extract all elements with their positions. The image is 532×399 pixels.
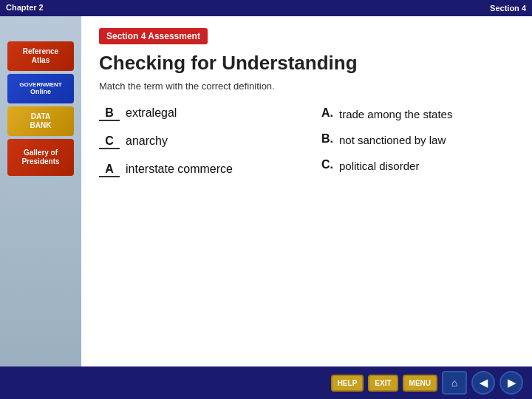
term-2: anarchy [126,134,168,148]
def-text-b: not sanctioned by law [339,132,446,148]
home-button[interactable]: ⌂ [442,371,467,395]
sidebar-item-reference-label: ReferenceAtlas [23,47,58,65]
answer-1: B [99,106,120,121]
page-title: Checking for Understanding [99,52,514,75]
answer-3: A [99,163,120,177]
chapter-label: Chapter 2 [0,3,44,13]
def-letter-b: B. [321,132,339,146]
menu-button[interactable]: MENU [403,375,437,392]
subtitle: Match the term with the correct definiti… [99,81,514,92]
left-column: B extralegal C anarchy A interstate comm… [99,106,292,191]
definition-item-b: B. not sanctioned by law [321,132,514,148]
def-letter-a: A. [321,106,339,120]
sidebar-item-gallery-label: Gallery ofPresidents [21,149,59,166]
sidebar: ReferenceAtlas GOVERNMENTOnline DATABANK… [0,16,81,366]
next-button[interactable]: ▶ [499,371,523,395]
section-label: Section 4 [490,4,532,13]
prev-button[interactable]: ◀ [471,371,495,395]
sidebar-item-gallery[interactable]: Gallery ofPresidents [7,139,74,176]
exit-button[interactable]: EXIT [368,375,398,392]
right-column: A. trade among the states B. not sanctio… [321,106,514,191]
term-1: extralegal [126,106,177,120]
main-content: Section 4 Assessment Checking for Unders… [81,16,532,366]
match-item-1: B extralegal [99,106,292,121]
def-text-a: trade among the states [339,106,452,122]
match-item-2: C anarchy [99,134,292,149]
match-item-3: A interstate commerce [99,163,292,177]
def-letter-c: C. [321,158,339,171]
term-3: interstate commerce [126,163,233,176]
def-text-c: political disorder [339,158,419,174]
top-bar: Chapter 2 Section 4 [0,0,532,16]
sidebar-item-databank[interactable]: DATABANK [7,106,74,136]
definition-item-a: A. trade among the states [321,106,514,122]
match-container: B extralegal C anarchy A interstate comm… [99,106,514,191]
bottom-toolbar: HELP EXIT MENU ⌂ ◀ ▶ [0,366,532,399]
sidebar-item-databank-label: DATABANK [30,112,52,130]
assessment-banner: Section 4 Assessment [99,28,208,44]
sidebar-item-government-label: GOVERNMENTOnline [19,81,61,96]
answer-2: C [99,134,120,149]
sidebar-item-government[interactable]: GOVERNMENTOnline [7,74,74,103]
definition-item-c: C. political disorder [321,158,514,174]
sidebar-item-reference-atlas[interactable]: ReferenceAtlas [7,41,74,71]
help-button[interactable]: HELP [331,375,364,392]
